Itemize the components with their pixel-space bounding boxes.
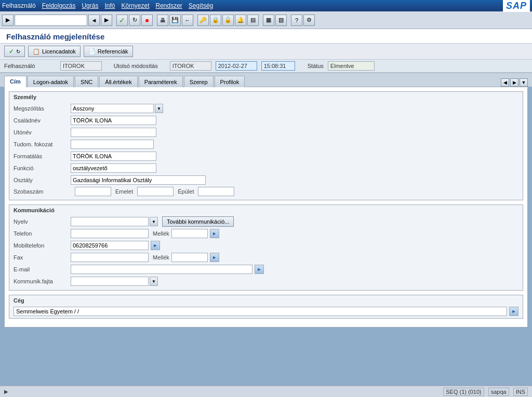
tab-all-ertekek[interactable]: Áll.értékek: [99, 76, 137, 87]
csaladnev-input[interactable]: [71, 116, 156, 125]
tab-szerep[interactable]: Szerep: [184, 76, 214, 87]
nyelv-row: Nyelv ▼ További kommunikáció...: [14, 216, 518, 227]
referenciak-label: Referenciák: [98, 48, 128, 54]
formatalas-row: Formatálás: [14, 151, 518, 161]
osztaly-label: Osztály: [14, 177, 71, 183]
menu-ugras[interactable]: Ugrás: [82, 2, 98, 9]
utolso-modositas-date-input[interactable]: [216, 61, 257, 71]
menu-kornyezet[interactable]: Környezet: [121, 2, 149, 9]
status-bar-mode: INS: [513, 388, 528, 396]
szobaszam-row: Szobaszám Emelet Épület: [14, 187, 518, 196]
tab-parameterek[interactable]: Paraméterek: [139, 76, 183, 87]
ceg-input[interactable]: [14, 307, 507, 316]
email-input[interactable]: [71, 265, 252, 274]
toolbar-prev[interactable]: ◄: [88, 15, 100, 26]
ceg-section-title: Cég: [14, 297, 518, 305]
toolbar-btn2[interactable]: 🔒: [210, 15, 221, 26]
toolbar-undo[interactable]: ←: [182, 15, 193, 26]
licencadatok-button[interactable]: 📋 Licencadatok: [28, 46, 81, 57]
toolbar-btn5[interactable]: ▤: [247, 15, 259, 26]
felhasznalo-label: Felhasználó: [4, 63, 56, 69]
toolbar-clipboard2[interactable]: ▧: [275, 15, 287, 26]
menu-rendszer[interactable]: Rendszer: [156, 2, 182, 9]
toolbar-refresh[interactable]: ↻: [129, 15, 140, 26]
status-bar-server: sapqa: [488, 388, 509, 396]
tovabbi-kommunikacio-button[interactable]: További kommunikáció...: [162, 216, 234, 227]
utolso-modositas-time-input[interactable]: [261, 61, 295, 71]
kommunik-fajta-dropdown-btn[interactable]: ▼: [150, 277, 158, 286]
licencadatok-label: Licencadatok: [42, 48, 76, 54]
fax-input[interactable]: [71, 253, 149, 262]
utonev-input[interactable]: [71, 128, 156, 137]
tab-cim[interactable]: Cím: [4, 76, 26, 87]
toolbar-btn1[interactable]: 🔑: [197, 15, 209, 26]
toolbar-help[interactable]: ?: [291, 15, 302, 26]
toolbar-print[interactable]: 🖶: [157, 15, 168, 26]
tudom-fokozat-input[interactable]: [71, 140, 154, 149]
refresh-button[interactable]: ✓ ↻: [4, 46, 25, 57]
funkcio-input[interactable]: [71, 163, 156, 173]
mobiltelefon-label: Mobiltelefon: [14, 242, 71, 249]
kommunik-fajta-row: Kommunik.fajta ▼: [14, 276, 518, 286]
felhasznalo-input[interactable]: [60, 61, 102, 71]
toolbar-settings[interactable]: ⚙: [303, 15, 315, 26]
toolbar-btn4[interactable]: 🔔: [235, 15, 246, 26]
telefon-nav-btn[interactable]: ►: [210, 229, 219, 238]
toolbar-stop[interactable]: ■: [141, 15, 153, 26]
menu-felhasznalo[interactable]: Felhasználó: [2, 2, 36, 9]
fax-nav-btn[interactable]: ►: [210, 253, 219, 262]
tab-profilok[interactable]: Profilok: [215, 76, 245, 87]
kommunikacio-section: Kommunikáció Nyelv ▼ További kommunikáci…: [9, 204, 523, 291]
funkcio-row: Funkció: [14, 163, 518, 173]
nyelv-label: Nyelv: [14, 218, 71, 225]
nyelv-dropdown-btn[interactable]: ▼: [150, 217, 158, 226]
command-input[interactable]: [15, 15, 87, 26]
menu-info[interactable]: Infó: [104, 2, 115, 9]
tab-list-btn[interactable]: ▼: [520, 78, 528, 87]
toolbar-clipboard1[interactable]: ▦: [263, 15, 274, 26]
fax-mellék-input[interactable]: [171, 253, 208, 262]
mobiltelefon-input[interactable]: [71, 241, 149, 250]
ceg-nav-btn[interactable]: ►: [509, 307, 518, 316]
mobiltelefon-row: Mobiltelefon ►: [14, 240, 518, 251]
osztaly-row: Osztály: [14, 175, 518, 185]
menu-feldolgozas[interactable]: Feldolgozás: [42, 2, 76, 9]
osztaly-input[interactable]: [71, 175, 206, 185]
mellék-input[interactable]: [171, 229, 208, 238]
fax-row: Fax Mellék ►: [14, 252, 518, 263]
email-nav-btn[interactable]: ►: [255, 265, 264, 274]
button-bar: ✓ ↻ 📋 Licencadatok 📄 Referenciák: [0, 44, 532, 60]
telefon-input[interactable]: [71, 229, 149, 238]
mobiltelefon-nav-btn[interactable]: ►: [151, 241, 160, 250]
utolso-modositas-user-input[interactable]: [170, 61, 211, 71]
megszolitas-dropdown-btn[interactable]: ▼: [155, 104, 163, 113]
epulet-input[interactable]: [198, 187, 234, 196]
back-button[interactable]: ▶: [2, 15, 14, 26]
szobaszam-input[interactable]: [75, 187, 111, 196]
tabs-container: Cím Logon-adatok SNC Áll.értékek Paramét…: [0, 73, 532, 87]
referenciak-button[interactable]: 📄 Referenciák: [84, 46, 133, 57]
formatalas-input[interactable]: [71, 152, 156, 161]
status-input[interactable]: [328, 61, 375, 71]
megszolitas-input[interactable]: [71, 104, 154, 113]
tab-prev-btn[interactable]: ◀: [501, 78, 509, 87]
megszolitas-input-group: ▼: [71, 104, 163, 113]
menu-segitseg[interactable]: Segítség: [189, 2, 213, 9]
toolbar-btn3[interactable]: 🔓: [222, 15, 234, 26]
tab-snc[interactable]: SNC: [75, 76, 98, 87]
telefon-label: Telefon: [14, 230, 71, 237]
email-label: E-mail: [14, 266, 71, 272]
kommunik-fajta-input[interactable]: [71, 277, 149, 286]
kommunik-fajta-label: Kommunik.fajta: [14, 278, 71, 284]
mellék-label: Mellék: [153, 230, 169, 237]
ceg-row: ►: [14, 307, 518, 316]
emelet-input[interactable]: [137, 187, 174, 196]
toolbar-save[interactable]: 💾: [169, 15, 181, 26]
toolbar: ▶ ◄ ▶ ✓ ↻ ■ 🖶 💾 ← 🔑 🔒 🔓 🔔 ▤ ▦ ▧ ? ⚙: [0, 11, 532, 29]
tab-logon[interactable]: Logon-adatok: [28, 76, 74, 87]
page-title: Felhasználó megjelenítése: [6, 32, 104, 41]
tab-next-btn[interactable]: ▶: [510, 78, 518, 87]
toolbar-green-flag[interactable]: ✓: [116, 15, 128, 26]
nyelv-input[interactable]: [71, 217, 149, 226]
toolbar-next[interactable]: ▶: [101, 15, 112, 26]
